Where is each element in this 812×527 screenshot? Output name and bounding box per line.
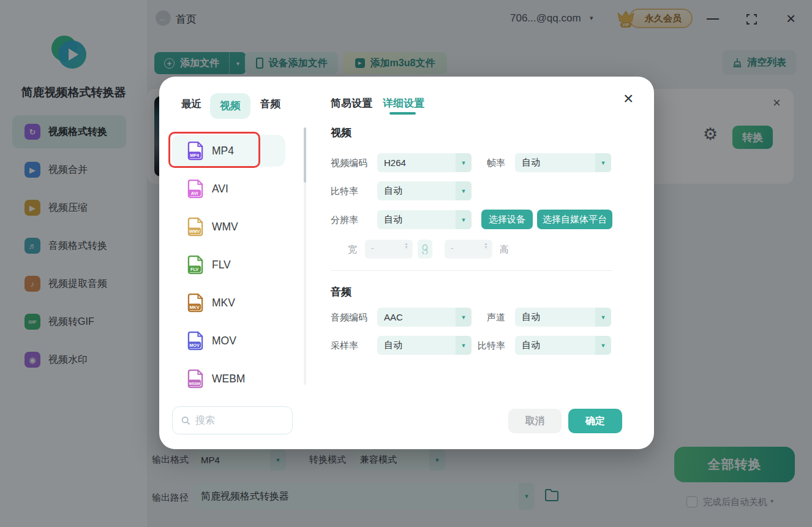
svg-text:MP4: MP4 [190, 152, 199, 157]
file-format-icon: MP4 [187, 141, 204, 161]
video-bitrate-select[interactable]: 自动 ▼ [377, 181, 472, 200]
video-codec-value: H264 [384, 153, 406, 172]
caret-down-icon: ▼ [595, 308, 611, 327]
channel-label: 声道 [462, 312, 505, 324]
height-placeholder: - [451, 243, 454, 253]
tab-video[interactable]: 视频 [210, 93, 250, 119]
audio-section-title: 音频 [331, 285, 351, 299]
format-label: AVI [212, 183, 228, 195]
file-format-icon: WEBM [187, 369, 204, 389]
tab-detailed-settings[interactable]: 详细设置 [383, 96, 424, 110]
format-item-flv[interactable]: FLVFLV [171, 249, 285, 281]
caret-down-icon: ▼ [456, 210, 472, 229]
confirm-button[interactable]: 确定 [568, 409, 622, 433]
search-input[interactable]: 搜索 [172, 406, 293, 434]
format-label: FLV [212, 259, 231, 271]
audio-bitrate-label: 比特率 [462, 340, 505, 352]
svg-text:FLV: FLV [190, 266, 198, 271]
format-label: WEBM [212, 373, 245, 385]
audio-codec-label: 音频编码 [331, 312, 367, 324]
fps-value: 自动 [522, 153, 540, 172]
select-platform-button[interactable]: 选择自媒体平台 [537, 210, 612, 229]
format-item-mov[interactable]: MOVMOV [171, 325, 285, 357]
format-settings-modal: 最近 视频 音频 MP4MP4AVIAVIWMVWMVFLVFLVMKVMKVM… [159, 77, 654, 449]
scrollbar-thumb[interactable] [304, 127, 306, 183]
fps-label: 帧率 [462, 157, 505, 169]
format-item-wmv[interactable]: WMVWMV [171, 211, 285, 243]
format-label: MKV [212, 297, 235, 309]
format-item-mp4[interactable]: MP4MP4 [171, 135, 285, 167]
format-label: MOV [212, 335, 236, 347]
audio-bitrate-value: 自动 [522, 336, 540, 355]
svg-text:WMV: WMV [189, 228, 200, 233]
format-label: MP4 [212, 145, 234, 157]
format-list-scrollbar[interactable] [304, 127, 306, 385]
resolution-select[interactable]: 自动 ▼ [377, 210, 472, 229]
width-label: 宽 [348, 244, 357, 256]
file-format-icon: MKV [187, 293, 204, 313]
search-icon [181, 416, 190, 425]
format-item-mkv[interactable]: MKVMKV [171, 287, 285, 319]
tab-audio[interactable]: 音频 [260, 97, 280, 111]
svg-text:AVI: AVI [191, 190, 198, 195]
channel-select[interactable]: 自动 ▼ [515, 308, 611, 327]
select-device-button[interactable]: 选择设备 [481, 210, 533, 229]
file-format-icon: FLV [187, 255, 204, 275]
section-divider [331, 270, 612, 271]
audio-codec-select[interactable]: AAC ▼ [377, 308, 472, 327]
height-input[interactable]: - ▲▼ [445, 240, 492, 259]
file-format-icon: MOV [187, 331, 204, 351]
caret-down-icon: ▼ [595, 336, 611, 355]
stepper-arrows-icon[interactable]: ▲▼ [404, 242, 408, 249]
tab-easy-settings[interactable]: 简易设置 [331, 96, 372, 110]
channel-value: 自动 [522, 308, 540, 327]
video-codec-label: 视频编码 [331, 157, 367, 169]
width-input[interactable]: - ▲▼ [365, 240, 413, 259]
svg-text:MOV: MOV [189, 342, 200, 347]
resolution-value: 自动 [384, 210, 402, 229]
format-label: WMV [212, 221, 238, 233]
audio-codec-value: AAC [384, 308, 403, 327]
height-label: 高 [500, 244, 509, 256]
caret-down-icon: ▼ [595, 153, 611, 172]
close-modal-icon[interactable]: × [623, 90, 633, 107]
format-item-webm[interactable]: WEBMWEBM [171, 363, 285, 395]
video-section-title: 视频 [331, 126, 351, 140]
file-format-icon: WMV [187, 217, 204, 237]
sample-rate-select[interactable]: 自动 ▼ [377, 336, 472, 355]
sample-rate-value: 自动 [384, 336, 402, 355]
sample-rate-label: 采样率 [331, 340, 358, 352]
audio-bitrate-select[interactable]: 自动 ▼ [515, 336, 611, 355]
stepper-arrows-icon[interactable]: ▲▼ [484, 242, 488, 249]
video-codec-select[interactable]: H264 ▼ [377, 153, 472, 172]
video-bitrate-value: 自动 [384, 181, 402, 200]
app-window: 简鹿视频格式转换器 ↻视频格式转换▶视频合并▶视频压缩♬音频格式转换♪视频提取音… [0, 0, 812, 527]
svg-text:MKV: MKV [190, 304, 200, 309]
caret-down-icon: ▼ [456, 181, 472, 200]
svg-text:WEBM: WEBM [189, 381, 200, 385]
video-bitrate-label: 比特率 [331, 186, 358, 197]
tab-recent[interactable]: 最近 [181, 97, 201, 111]
cancel-button[interactable]: 取消 [508, 409, 562, 433]
fps-select[interactable]: 自动 ▼ [515, 153, 611, 172]
link-aspect-icon[interactable] [418, 240, 432, 259]
resolution-label: 分辨率 [331, 214, 358, 226]
search-placeholder: 搜索 [195, 414, 215, 427]
format-item-avi[interactable]: AVIAVI [171, 173, 285, 205]
width-placeholder: - [371, 243, 374, 253]
file-format-icon: AVI [187, 179, 204, 199]
active-tab-underline [389, 112, 416, 115]
